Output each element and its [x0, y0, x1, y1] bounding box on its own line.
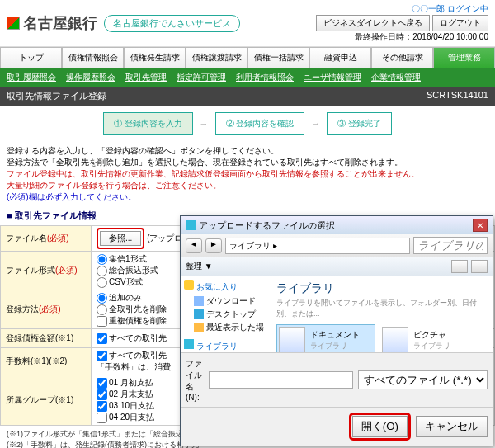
note-required: (必須)欄は必ず入力してください。 — [7, 192, 136, 201]
subnav-link[interactable]: 取引先管理 — [125, 72, 167, 83]
page-code: SCRTSK14101 — [427, 90, 488, 102]
logo: 名古屋銀行 — [7, 13, 97, 33]
view-button[interactable] — [451, 260, 468, 273]
required-mark: (必須) — [39, 304, 61, 314]
group-check-3[interactable] — [97, 401, 107, 412]
lib-item-documents[interactable]: ドキュメントライブラリ — [276, 324, 375, 352]
format-radio-1[interactable] — [97, 254, 107, 265]
note-line: 登録方法で「全取引先を削除し追加」を選択した場合、現在登録されている取引先はすべ… — [7, 157, 488, 168]
subnav-link[interactable]: 取引履歴照会 — [7, 72, 56, 83]
amount-label: 登録債権金額(※1) — [1, 329, 92, 348]
group-check-4[interactable] — [97, 413, 107, 423]
step-2: ② 登録内容を確認 — [215, 112, 305, 135]
open-highlight: 開く(O) — [349, 413, 411, 441]
dialog-main: ライブラリ ライブラリを開いてファイルを表示し、フォルダー別、日付別、または..… — [271, 276, 493, 352]
logout-button[interactable]: ログアウト — [432, 15, 488, 31]
tab-batch[interactable]: 債権一括請求 — [248, 47, 309, 68]
tab-other[interactable]: その他請求 — [371, 47, 433, 68]
note-warning: ファイル登録中は、取引先情報の更新作業、記録請求仮登録画面から取引先情報を参照す… — [7, 168, 488, 180]
subnav-link[interactable]: 操作履歴照会 — [66, 72, 116, 83]
logo-icon — [7, 17, 20, 30]
help-button[interactable] — [471, 260, 488, 273]
group-check-2[interactable] — [97, 389, 107, 400]
subnav-link[interactable]: ユーザ情報管理 — [304, 72, 361, 83]
group-opt: 03 10日支払 — [109, 400, 154, 412]
group-check-1[interactable] — [97, 378, 107, 389]
fee-opt: すべての取引先 — [109, 350, 167, 361]
desktop-icon — [194, 309, 204, 319]
side-downloads[interactable]: ダウンロード — [184, 295, 267, 308]
dialog-toolbar: 整理 ▼ — [181, 257, 493, 276]
step-1: ① 登録内容を入力 — [103, 112, 193, 135]
group-opt: 02 月末支払 — [109, 389, 153, 400]
library-title: ライブラリ — [276, 281, 488, 296]
close-icon[interactable]: ✕ — [473, 219, 488, 232]
notes: 登録する内容を入力し、「登録内容の確認へ」ボタンを押してください。 登録方法で「… — [0, 142, 495, 206]
group-opt: 01 月初支払 — [109, 377, 153, 389]
path-bar[interactable]: ライブラリ ▸ — [225, 238, 410, 254]
dialog-title: アップロードするファイルの選択 — [199, 219, 335, 232]
side-desktop[interactable]: デスクトップ — [184, 308, 267, 321]
browse-highlight: 参照... — [97, 228, 144, 249]
method-opt: 全取引先を削除 — [109, 304, 167, 315]
filename-input[interactable] — [209, 371, 353, 389]
group-opt: 04 20日支払 — [109, 412, 154, 423]
subnav-link[interactable]: 指定許可管理 — [177, 72, 226, 83]
lib-item-pictures[interactable]: ピクチャライブラリ — [380, 324, 479, 352]
tab-transfer[interactable]: 債権譲渡請求 — [186, 47, 248, 68]
subnav-link[interactable]: 利用者情報照会 — [236, 72, 294, 83]
method-check[interactable] — [97, 316, 107, 327]
star-icon — [184, 280, 194, 290]
required-mark: (必須) — [55, 266, 78, 275]
format-radio-2[interactable] — [97, 266, 107, 276]
browse-button[interactable]: 参照... — [100, 231, 141, 246]
arrow-icon: → — [200, 119, 209, 129]
tab-issue[interactable]: 債権発生請求 — [124, 47, 186, 68]
dialog-body: お気に入り ダウンロード デスクトップ 最近表示した場 ライブラリ ドキュメント… — [181, 276, 493, 352]
organize-menu[interactable]: 整理 ▼ — [186, 261, 213, 272]
tab-admin[interactable]: 管理業務 — [433, 47, 495, 68]
method-opt: 追加のみ — [109, 292, 142, 304]
side-libraries[interactable]: ライブラリ — [196, 342, 238, 351]
back-to-direct-button[interactable]: ビジネスダイレクトへ戻る — [316, 15, 430, 31]
method-radio-2[interactable] — [97, 304, 107, 315]
main-tabs: トップ 債権情報照会 債権発生請求 債権譲渡請求 債権一括請求 融資申込 その他… — [0, 47, 495, 68]
last-operation: 最終操作日時：2016/04/20 10:00:00 — [316, 31, 488, 43]
amount-opt: すべての取引先 — [109, 332, 167, 344]
open-button[interactable]: 開く(O) — [352, 416, 408, 437]
dialog-nav: ◄ ► ライブラリ ▸ — [181, 234, 493, 257]
cancel-button[interactable]: キャンセル — [416, 416, 488, 437]
login-user: 〇〇一郎 ログイン中 — [316, 3, 488, 15]
folder-icon — [186, 220, 196, 230]
required-mark: (必須) — [47, 233, 69, 243]
nav-back-button[interactable]: ◄ — [186, 238, 202, 253]
tab-info[interactable]: 債権情報照会 — [62, 47, 124, 68]
file-label: ファイル名 — [6, 233, 47, 243]
download-icon — [194, 296, 204, 306]
amount-check[interactable] — [97, 333, 107, 344]
note-line: 登録する内容を入力し、「登録内容の確認へ」ボタンを押してください。 — [7, 145, 488, 157]
fee-check[interactable] — [97, 351, 107, 361]
page-title: 取引先情報ファイル登録 — [7, 90, 106, 102]
side-recent[interactable]: 最近表示した場 — [184, 321, 267, 334]
filename-label: ファイル名(N): — [186, 358, 204, 402]
method-radio-1[interactable] — [97, 293, 107, 304]
search-input[interactable] — [413, 237, 488, 254]
dialog-sidebar: お気に入り ダウンロード デスクトップ 最近表示した場 ライブラリ ドキュメント… — [181, 276, 271, 352]
side-favorites[interactable]: お気に入り — [196, 282, 238, 291]
filter-select[interactable]: すべてのファイル (*.*) — [358, 370, 488, 389]
format-label: ファイル形式 — [6, 266, 55, 275]
tab-finance[interactable]: 融資申込 — [309, 47, 371, 68]
step-3: ③ 登録完了 — [327, 112, 392, 135]
fee-label: 手数料(※1)(※2) — [1, 348, 92, 375]
format-opt: 集信1形式 — [109, 253, 147, 265]
nav-fwd-button[interactable]: ► — [205, 238, 222, 253]
format-radio-3[interactable] — [97, 277, 107, 288]
library-grid: ドキュメントライブラリ ピクチャライブラリ ビデオライブラリ ミュージックライブ… — [276, 324, 488, 352]
subnav-link[interactable]: 企業情報管理 — [371, 72, 421, 83]
steps: ① 登録内容を入力 → ② 登録内容を確認 → ③ 登録完了 — [0, 106, 495, 142]
library-subtitle: ライブラリを開いてファイルを表示し、フォルダー別、日付別、または... — [276, 298, 488, 319]
tab-top[interactable]: トップ — [0, 47, 62, 68]
file-dialog: アップロードするファイルの選択 ✕ ◄ ► ライブラリ ▸ 整理 ▼ お気に入り… — [180, 215, 493, 446]
recent-icon — [194, 323, 204, 332]
